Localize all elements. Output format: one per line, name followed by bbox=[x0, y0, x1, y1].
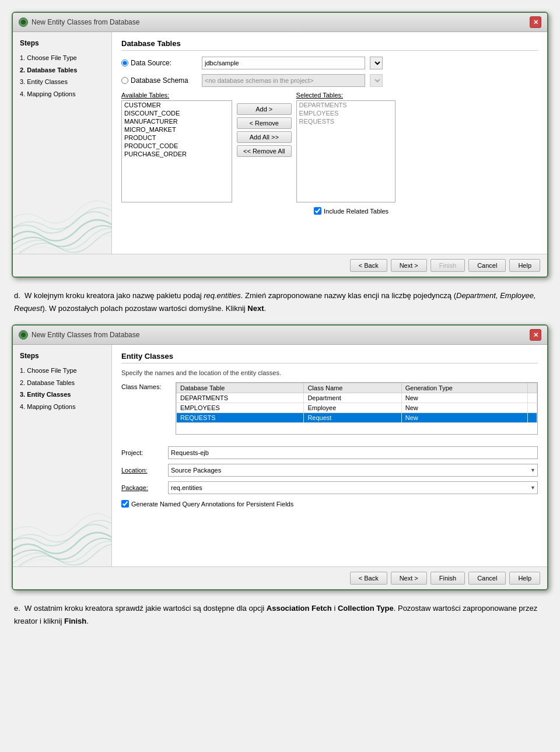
list-item[interactable]: DISCOUNT_CODE bbox=[122, 109, 232, 117]
list-item[interactable]: CUSTOMER bbox=[122, 101, 232, 109]
package-select[interactable]: req.entities bbox=[168, 481, 538, 494]
d2-step-3-num: 3. bbox=[20, 391, 25, 398]
include-related-checkbox[interactable] bbox=[314, 207, 321, 215]
class-names-table-wrap: Database Table Class Name Generation Typ… bbox=[176, 382, 538, 440]
class-names-table-container[interactable]: Database Table Class Name Generation Typ… bbox=[176, 382, 538, 435]
row-scroll-cell bbox=[528, 403, 537, 413]
finish-button[interactable]: Finish bbox=[430, 259, 465, 272]
selected-tables-section: Selected Tables: DEPARTMENTS EMPLOYEES R… bbox=[296, 92, 396, 202]
row-scroll-cell bbox=[528, 413, 537, 423]
remove-all-button[interactable]: << Remove All bbox=[237, 145, 292, 157]
list-item[interactable]: PRODUCT_CODE bbox=[122, 142, 232, 150]
list-item[interactable]: PURCHASE_ORDER bbox=[122, 150, 232, 158]
schema-dropdown: ▼ bbox=[370, 74, 383, 87]
help-button[interactable]: Help bbox=[509, 259, 540, 272]
next-button[interactable]: Next > bbox=[391, 259, 427, 272]
table-row[interactable]: EMPLOYEES Employee New bbox=[177, 403, 537, 413]
step-4: 4. Mapping Options bbox=[20, 89, 104, 99]
available-tables-listbox[interactable]: CUSTOMER DISCOUNT_CODE MANUFACTURER MICR… bbox=[121, 100, 232, 202]
prose2-bold2: Collection Type bbox=[338, 604, 394, 613]
dialog1-close-button[interactable]: ✕ bbox=[530, 16, 541, 28]
project-label: Project: bbox=[121, 449, 168, 456]
datasource-label-text: Data Source: bbox=[131, 59, 172, 67]
include-related-row: Include Related Tables bbox=[314, 207, 538, 215]
prose1-italic: req.entities bbox=[204, 291, 241, 300]
table-row-selected[interactable]: REQUESTS Request New bbox=[177, 413, 537, 423]
datasource-dropdown[interactable]: ▼ bbox=[370, 57, 383, 69]
datasource-row: Data Source: ▼ bbox=[121, 57, 538, 69]
prose1-text-before: d. W kolejnym kroku kreatora jako nazwę … bbox=[14, 291, 204, 300]
generate-checkbox[interactable] bbox=[121, 500, 129, 508]
back-button[interactable]: < Back bbox=[350, 259, 387, 272]
cancel-button[interactable]: Cancel bbox=[468, 259, 506, 272]
col-header-db-table: Database Table bbox=[177, 383, 304, 393]
dialog1-titlebar: New Entity Classes from Database ✕ bbox=[13, 13, 547, 32]
schema-radio[interactable] bbox=[121, 77, 128, 84]
tables-area: Available Tables: CUSTOMER DISCOUNT_CODE… bbox=[121, 92, 538, 202]
list-item[interactable]: EMPLOYEES bbox=[297, 109, 395, 117]
d2-step-1-num: 1. bbox=[20, 367, 25, 374]
datasource-radio-label[interactable]: Data Source: bbox=[121, 59, 197, 67]
d2-next-button[interactable]: Next > bbox=[391, 572, 427, 585]
add-all-button[interactable]: Add All >> bbox=[237, 131, 292, 143]
prose2-mid: i bbox=[332, 604, 338, 613]
remove-button[interactable]: < Remove bbox=[237, 117, 292, 129]
datasource-radio[interactable] bbox=[121, 60, 128, 67]
dialog2-close-button[interactable]: ✕ bbox=[530, 329, 541, 341]
step-1-number: 1. bbox=[20, 54, 25, 61]
steps-list: 1. Choose File Type 2. Database Tables 3… bbox=[20, 53, 104, 99]
prose2-bold3: Finish bbox=[64, 617, 86, 625]
gen-type-cell: New bbox=[401, 403, 527, 413]
d2-step-3: 3. Entity Classes bbox=[20, 390, 104, 400]
step-2: 2. Database Tables bbox=[20, 65, 104, 75]
dialog2-body: Steps 1. Choose File Type 2. Database Ta… bbox=[13, 345, 547, 566]
transfer-buttons: Add > < Remove Add All >> << Remove All bbox=[237, 92, 292, 157]
steps-title: Steps bbox=[20, 39, 104, 47]
list-item[interactable]: REQUESTS bbox=[297, 117, 395, 125]
gen-type-cell-selected: New bbox=[401, 413, 527, 423]
db-table-cell-selected: REQUESTS bbox=[177, 413, 304, 423]
gen-type-cell: New bbox=[401, 393, 527, 403]
d2-cancel-button[interactable]: Cancel bbox=[468, 572, 506, 585]
d2-help-button[interactable]: Help bbox=[509, 572, 540, 585]
d2-step-4-num: 4. bbox=[20, 403, 25, 410]
db-table-cell: EMPLOYEES bbox=[177, 403, 304, 413]
step-4-number: 4. bbox=[20, 90, 25, 97]
d2-back-button[interactable]: < Back bbox=[350, 572, 387, 585]
datasource-input[interactable] bbox=[202, 57, 365, 69]
d2-finish-button[interactable]: Finish bbox=[430, 572, 465, 585]
schema-input bbox=[202, 74, 365, 87]
list-item[interactable]: MICRO_MARKET bbox=[122, 125, 232, 134]
step-3-number: 3. bbox=[20, 78, 25, 85]
prose2: e. W ostatnim kroku kreatora sprawdź jak… bbox=[12, 602, 548, 628]
table-row[interactable]: DEPARTMENTS Department New bbox=[177, 393, 537, 403]
dialog2-panel-title: Entity Classes bbox=[121, 352, 538, 363]
row-scroll-cell bbox=[528, 393, 537, 403]
location-select[interactable]: Source Packages bbox=[168, 464, 538, 477]
selected-tables-label: Selected Tables: bbox=[296, 92, 396, 99]
schema-radio-label[interactable]: Database Schema bbox=[121, 76, 197, 85]
d2-step-2: 2. Database Tables bbox=[20, 378, 104, 388]
list-item[interactable]: DEPARTMENTS bbox=[297, 101, 395, 109]
dialog1-icon bbox=[19, 18, 28, 27]
include-related-label: Include Related Tables bbox=[324, 208, 388, 215]
list-item[interactable]: MANUFACTURER bbox=[122, 117, 232, 125]
schema-label-text: Database Schema bbox=[131, 76, 188, 85]
step-2-text: Database Tables bbox=[27, 67, 77, 74]
add-button[interactable]: Add > bbox=[237, 103, 292, 115]
prose1-bold-next: Next bbox=[247, 304, 264, 313]
step-2-number: 2. bbox=[20, 67, 25, 74]
schema-row: Database Schema ▼ bbox=[121, 74, 538, 87]
project-input[interactable] bbox=[168, 446, 538, 459]
package-select-wrap[interactable]: req.entities bbox=[168, 481, 538, 494]
step-1-text: Choose File Type bbox=[27, 54, 76, 61]
dialog2-footer: < Back Next > Finish Cancel Help bbox=[13, 566, 547, 589]
selected-tables-listbox[interactable]: DEPARTMENTS EMPLOYEES REQUESTS bbox=[296, 100, 396, 202]
dialog2-titlebar-left: New Entity Classes from Database bbox=[19, 330, 139, 340]
location-select-wrap[interactable]: Source Packages bbox=[168, 464, 538, 477]
list-item[interactable]: PRODUCT bbox=[122, 134, 232, 142]
prose2-dot: . bbox=[86, 617, 89, 625]
col-header-gen-type: Generation Type bbox=[401, 383, 527, 393]
d2-step-1: 1. Choose File Type bbox=[20, 366, 104, 376]
dialog2-title: New Entity Classes from Database bbox=[32, 331, 139, 339]
